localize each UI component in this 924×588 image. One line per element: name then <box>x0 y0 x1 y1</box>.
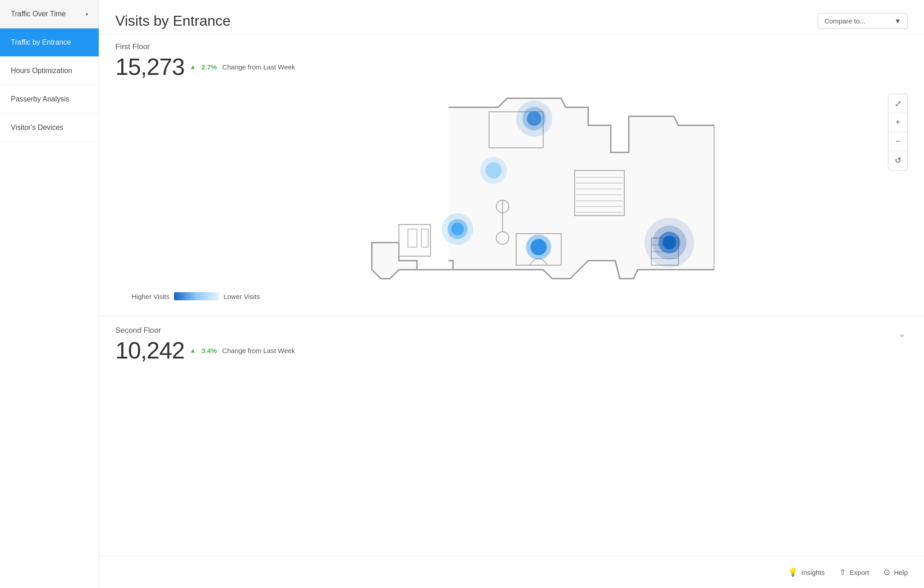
svg-point-22 <box>527 111 541 126</box>
sidebar-item-traffic-over-time[interactable]: Traffic Over Time ▾ <box>0 0 99 28</box>
second-floor-change-label: Change from Last Week <box>222 347 295 354</box>
sidebar-item-label: Hours Optimization <box>11 67 72 74</box>
first-floor-count: 15,273 <box>115 53 184 80</box>
help-label: Help <box>894 569 908 576</box>
help-icon: ⊙ <box>883 567 890 577</box>
svg-point-25 <box>451 223 464 235</box>
export-button[interactable]: ⇧ Export <box>839 567 869 577</box>
insights-label: Insights <box>801 569 825 576</box>
legend-lower-label: Lower Visits <box>224 293 260 300</box>
floor-plan <box>115 89 908 288</box>
svg-point-33 <box>663 236 676 249</box>
sidebar-item-visitors-devices[interactable]: Visitor's Devices <box>0 114 99 142</box>
first-floor-label: First Floor <box>115 42 908 51</box>
sidebar-item-passerby-analysis[interactable]: Passerby Analysis <box>0 85 99 114</box>
zoom-in-button[interactable]: + <box>888 113 907 132</box>
insights-icon: 💡 <box>788 567 798 577</box>
sidebar-item-label: Passerby Analysis <box>11 95 69 103</box>
second-floor-section: Second Floor 10,242 ▲ 3.4% Change from L… <box>99 316 924 368</box>
sidebar-item-traffic-by-entrance[interactable]: Traffic by Entrance <box>0 28 99 57</box>
sidebar-item-hours-optimization[interactable]: Hours Optimization <box>0 57 99 85</box>
sidebar-item-label: Traffic Over Time <box>11 10 66 18</box>
main-content: Visits by Entrance Compare to... ▼ First… <box>99 0 924 588</box>
plus-icon: + <box>896 118 901 127</box>
second-floor-stats: 10,242 ▲ 3.4% Change from Last Week <box>115 337 295 364</box>
fit-to-screen-button[interactable]: ⤢ <box>888 94 907 113</box>
sidebar-item-label: Visitor's Devices <box>11 124 64 131</box>
legend-gradient <box>174 292 219 300</box>
reset-icon: ↺ <box>895 156 901 165</box>
minus-icon: − <box>896 137 901 146</box>
zoom-out-button[interactable]: − <box>888 132 907 151</box>
page-title: Visits by Entrance <box>115 13 231 29</box>
second-floor-change-pct: 3.4% <box>201 347 217 354</box>
second-floor-count: 10,242 <box>115 337 184 364</box>
map-legend: Higher Visits Lower Visits <box>115 288 908 311</box>
first-floor-change-pct: 2.7% <box>201 63 217 71</box>
floor-plan-svg <box>309 89 714 283</box>
second-floor-label: Second Floor <box>115 326 295 335</box>
legend-higher-label: Higher Visits <box>132 293 169 300</box>
reset-button[interactable]: ↺ <box>888 151 907 170</box>
sidebar-item-label: Traffic by Entrance <box>11 38 71 46</box>
first-floor-section: First Floor 15,273 ▲ 2.7% Change from La… <box>99 34 924 85</box>
chevron-down-icon: ▾ <box>86 12 88 17</box>
sidebar: Traffic Over Time ▾ Traffic by Entrance … <box>0 0 99 588</box>
map-controls: ⤢ + − ↺ <box>888 94 908 170</box>
first-floor-change-label: Change from Last Week <box>222 63 295 71</box>
second-floor-info: Second Floor 10,242 ▲ 3.4% Change from L… <box>115 326 295 368</box>
page-footer: 💡 Insights ⇧ Export ⊙ Help <box>99 556 924 588</box>
compare-dropdown[interactable]: Compare to... ▼ <box>818 13 908 29</box>
page-header: Visits by Entrance Compare to... ▼ <box>99 0 924 34</box>
svg-point-27 <box>485 162 502 179</box>
svg-point-29 <box>531 239 547 255</box>
up-arrow-icon-2: ▲ <box>190 347 196 354</box>
floor-map-container: ⤢ + − ↺ <box>99 85 924 316</box>
up-arrow-icon: ▲ <box>190 63 196 70</box>
compare-label: Compare to... <box>824 17 865 25</box>
chevron-down-icon: ▼ <box>894 17 901 25</box>
insights-button[interactable]: 💡 Insights <box>788 567 825 577</box>
first-floor-stats: 15,273 ▲ 2.7% Change from Last Week <box>115 53 908 80</box>
help-button[interactable]: ⊙ Help <box>883 567 908 577</box>
svg-rect-1 <box>408 229 417 247</box>
expand-second-floor-button[interactable]: ⌄ <box>896 326 908 341</box>
fit-icon: ⤢ <box>895 99 901 109</box>
export-label: Export <box>850 569 869 576</box>
svg-rect-2 <box>421 229 428 247</box>
export-icon: ⇧ <box>839 567 846 577</box>
